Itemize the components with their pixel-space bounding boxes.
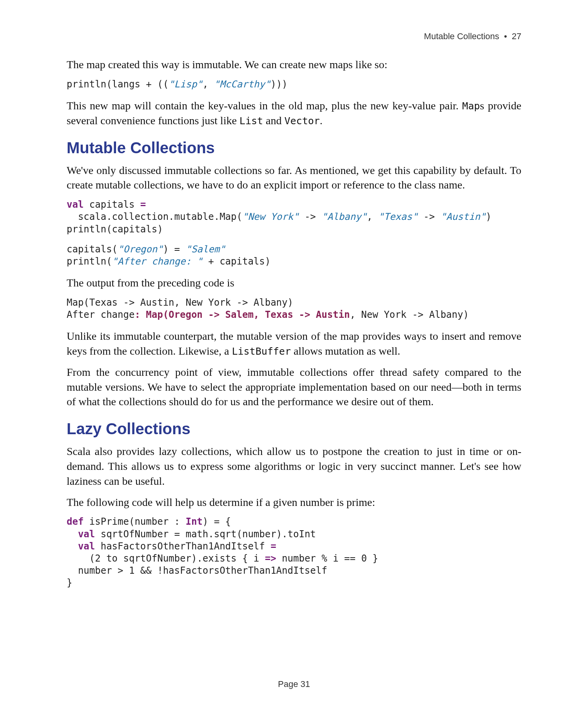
code-keyword: val bbox=[78, 541, 95, 552]
paragraph: The map created this way is immutable. W… bbox=[67, 57, 521, 72]
code-text: sqrtOfNumber = math.sqrt(number).toInt bbox=[95, 529, 316, 540]
code-text: capitals( bbox=[67, 244, 118, 255]
code-block: def isPrime(number : Int) = { val sqrtOf… bbox=[67, 516, 521, 589]
inline-code: Vector bbox=[285, 115, 320, 127]
bullet-icon: • bbox=[504, 31, 507, 41]
section-heading-mutable: Mutable Collections bbox=[67, 139, 521, 157]
code-text: isPrime(number : bbox=[83, 516, 185, 527]
code-block: capitals("Oregon") = "Salem" println("Af… bbox=[67, 243, 521, 268]
code-keyword: def bbox=[67, 516, 83, 527]
code-text: -> bbox=[418, 211, 441, 222]
code-text: scala.collection.mutable.Map( bbox=[67, 211, 242, 222]
code-text: number % i == 0 } bbox=[276, 553, 378, 564]
code-block-output: Map(Texas -> Austin, New York -> Albany)… bbox=[67, 297, 521, 321]
header-section: Mutable Collections bbox=[424, 31, 499, 41]
code-string: "Oregon" bbox=[118, 244, 163, 255]
code-text: ))) bbox=[270, 79, 287, 90]
text: and bbox=[263, 114, 284, 127]
paragraph: The output from the preceding code is bbox=[67, 275, 521, 290]
code-text: ) bbox=[486, 211, 491, 222]
code-text: -> bbox=[299, 211, 321, 222]
section-heading-lazy: Lazy Collections bbox=[67, 420, 521, 438]
code-string: "After change: " bbox=[112, 256, 203, 267]
code-string: "Salem" bbox=[185, 244, 225, 255]
code-text: ) = bbox=[163, 244, 186, 255]
text: allows mutation as well. bbox=[291, 345, 400, 357]
code-string: "Austin" bbox=[441, 211, 486, 222]
code-text: + capitals) bbox=[203, 256, 270, 267]
paragraph: This new map will contain the key-values… bbox=[67, 98, 521, 128]
paragraph: We've only discussed immutable collectio… bbox=[67, 163, 521, 193]
code-text: ) = { bbox=[203, 516, 231, 527]
code-string: "Lisp" bbox=[169, 79, 203, 90]
code-highlight: : bbox=[134, 309, 146, 320]
code-keyword: = bbox=[270, 541, 276, 552]
code-string: "McCarthy" bbox=[214, 79, 271, 90]
code-text: , bbox=[367, 211, 378, 222]
text: . bbox=[320, 114, 323, 127]
code-type: Int bbox=[185, 516, 202, 527]
code-keyword: = bbox=[140, 199, 146, 210]
code-text: After change bbox=[67, 309, 134, 320]
paragraph: The following code will help us determin… bbox=[67, 495, 521, 510]
page-footer: Page 31 bbox=[0, 679, 588, 689]
code-string: "Texas" bbox=[378, 211, 418, 222]
paragraph: Unlike its immutable counterpart, the mu… bbox=[67, 329, 521, 359]
code-keyword: => bbox=[265, 553, 276, 564]
code-text: Map(Texas -> Austin, New York -> Albany) bbox=[67, 297, 293, 308]
code-text: capitals bbox=[83, 199, 140, 210]
code-string: "Albany" bbox=[321, 211, 367, 222]
inline-code: ListBuffer bbox=[232, 346, 291, 357]
code-text: number > 1 && !hasFactorsOtherThan1AndIt… bbox=[67, 565, 327, 576]
code-block: println(langs + (("Lisp", "McCarthy"))) bbox=[67, 78, 521, 91]
code-text: , bbox=[203, 79, 214, 90]
paragraph: Scala also provides lazy collections, wh… bbox=[67, 444, 521, 488]
code-highlight: Map(Oregon -> Salem, Texas -> Austin bbox=[146, 309, 350, 320]
paragraph: From the concurrency point of view, immu… bbox=[67, 365, 521, 409]
text: This new map will contain the key-values… bbox=[67, 100, 462, 112]
inline-code: List bbox=[240, 115, 263, 127]
code-keyword: val bbox=[78, 529, 95, 540]
running-header: Mutable Collections • 27 bbox=[67, 31, 521, 42]
header-page-section-number: 27 bbox=[512, 31, 521, 41]
inline-code: Map bbox=[462, 100, 480, 112]
code-text: println( bbox=[67, 256, 112, 267]
code-text: println(langs + (( bbox=[67, 79, 169, 90]
code-block: val capitals = scala.collection.mutable.… bbox=[67, 199, 521, 236]
code-text: hasFactorsOtherThan1AndItself bbox=[95, 541, 270, 552]
code-keyword: val bbox=[67, 199, 83, 210]
code-text: println(capitals) bbox=[67, 224, 163, 235]
code-text: (2 to sqrtOfNumber).exists { i bbox=[67, 553, 265, 564]
code-text: } bbox=[67, 577, 72, 588]
code-text: , New York -> Albany) bbox=[350, 309, 468, 320]
code-string: "New York" bbox=[242, 211, 299, 222]
